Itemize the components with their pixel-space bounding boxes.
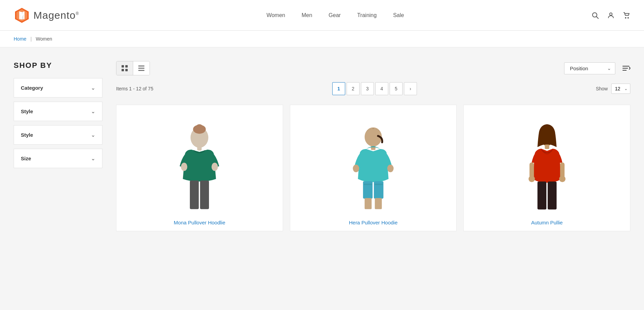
filter-category-chevron: ⌄ [91,85,95,91]
product-name-mona[interactable]: Mona Pullover Hoodlie [174,220,225,225]
filter-style1: Style ⌄ [14,102,102,121]
main-container: SHOP BY Category ⌄ Style ⌄ Style ⌄ Size … [0,47,644,310]
header: Magento® Women Men Gear Training Sale [0,0,644,31]
product-card-autumn[interactable]: Autumn Pullie [463,105,630,231]
svg-point-9 [628,17,628,18]
show-select[interactable]: 12 24 36 [611,84,630,94]
nav-item-men[interactable]: Men [302,11,312,20]
svg-rect-13 [125,69,128,71]
grid-icon [121,65,128,72]
filter-style2-chevron: ⌄ [91,132,95,138]
svg-point-42 [529,176,535,182]
page-button-5[interactable]: 5 [390,82,403,95]
svg-rect-37 [375,198,382,209]
filter-category: Category ⌄ [14,78,102,98]
search-button[interactable] [591,12,599,19]
nav-item-women[interactable]: Women [266,11,285,20]
svg-rect-14 [138,65,144,67]
filter-size: Size ⌄ [14,149,102,168]
show-label: Show [596,86,608,91]
magento-logo-icon [14,7,30,24]
shop-by-title: SHOP BY [14,61,102,70]
page-next-button[interactable]: › [404,82,417,95]
account-icon [607,12,615,19]
svg-point-25 [212,163,218,171]
view-toggle [116,61,150,75]
pagination: 1 2 3 4 5 › [332,82,417,95]
svg-rect-34 [364,184,372,185]
filter-style2-header[interactable]: Style ⌄ [14,126,102,144]
svg-point-8 [625,17,626,18]
cart-button[interactable] [623,12,630,19]
svg-rect-45 [548,181,557,209]
search-icon [591,12,599,19]
nav-item-gear[interactable]: Gear [328,11,341,20]
page-button-2[interactable]: 2 [347,82,360,95]
filter-size-label: Size [21,156,31,161]
svg-rect-12 [122,69,124,71]
list-view-button[interactable] [133,61,150,75]
sort-wrapper: Position Product Name Price ⌄ [564,62,615,74]
filter-size-header[interactable]: Size ⌄ [14,149,102,168]
breadcrumb: Home | Women [0,31,644,47]
sort-select[interactable]: Position Product Name Price [564,62,615,74]
page-button-3[interactable]: 3 [361,82,374,95]
page-button-1[interactable]: 1 [332,82,345,95]
toolbar-top: Position Product Name Price ⌄ [116,61,630,75]
breadcrumb-separator: | [30,36,32,42]
svg-rect-44 [537,181,546,209]
product-figure-hera [339,115,407,211]
svg-point-43 [559,176,565,182]
product-figure-autumn [513,115,581,211]
svg-rect-26 [190,180,199,209]
svg-line-6 [597,16,599,18]
svg-point-30 [353,165,359,172]
svg-rect-10 [122,65,124,68]
items-count: Items 1 - 12 of 75 [116,86,153,91]
show-row: Show 12 24 36 ⌄ [596,84,630,94]
product-card-mona[interactable]: Mona Pullover Hoodlie [116,105,283,231]
logo[interactable]: Magento® [14,7,79,24]
svg-point-24 [181,163,187,171]
svg-rect-36 [365,198,372,209]
show-select-wrapper: 12 24 36 ⌄ [611,84,630,94]
svg-point-22 [196,124,203,129]
sort-direction-button[interactable] [622,65,630,72]
product-name-autumn[interactable]: Autumn Pullie [531,220,563,225]
product-image-mona [122,112,277,214]
product-grid: Mona Pullover Hoodlie [116,105,630,231]
svg-point-7 [610,13,612,15]
filter-category-header[interactable]: Category ⌄ [14,78,102,97]
toolbar-left [116,61,150,75]
filter-style2-label: Style [21,132,33,138]
product-image-hera [296,112,451,214]
filter-style2: Style ⌄ [14,125,102,145]
pagination-row: Items 1 - 12 of 75 1 2 3 4 5 › Show 12 2… [116,82,630,95]
header-icons [591,12,630,19]
grid-view-button[interactable] [116,61,133,75]
filter-style1-chevron: ⌄ [91,108,95,115]
product-image-autumn [469,112,625,214]
cart-icon [623,12,630,19]
product-card-hera[interactable]: Hera Pullover Hoodie [290,105,457,231]
filter-style1-header[interactable]: Style ⌄ [14,102,102,121]
nav-item-sale[interactable]: Sale [393,11,404,20]
nav-item-training[interactable]: Training [357,11,377,20]
breadcrumb-current: Women [36,36,52,42]
filter-category-label: Category [21,85,43,91]
filter-size-chevron: ⌄ [91,155,95,162]
list-icon [138,65,145,72]
breadcrumb-home[interactable]: Home [14,36,26,42]
svg-rect-39 [545,145,549,149]
logo-text: Magento® [33,10,79,21]
filter-style1-label: Style [21,108,33,114]
sidebar: SHOP BY Category ⌄ Style ⌄ Style ⌄ Size … [14,61,102,299]
product-name-hera[interactable]: Hera Pullover Hoodie [349,220,398,225]
product-figure-mona [165,115,234,211]
page-button-4[interactable]: 4 [375,82,388,95]
main-nav: Women Men Gear Training Sale [266,11,404,20]
svg-rect-27 [200,180,209,209]
account-button[interactable] [607,12,615,19]
svg-rect-35 [375,184,383,185]
svg-rect-11 [125,65,128,68]
